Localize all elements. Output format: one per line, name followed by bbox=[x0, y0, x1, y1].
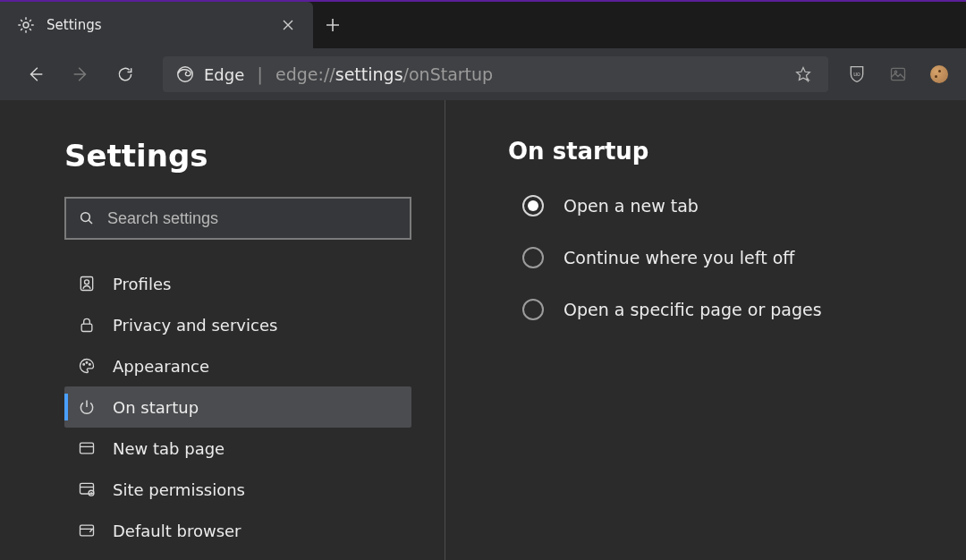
settings-heading: Settings bbox=[64, 138, 445, 174]
option-label: Open a specific page or pages bbox=[564, 300, 822, 319]
nav-item-label: On startup bbox=[113, 398, 199, 417]
svg-rect-6 bbox=[80, 277, 92, 291]
new-tab-button[interactable] bbox=[313, 2, 352, 48]
nav-item-label: Appearance bbox=[113, 357, 209, 376]
address-separator: | bbox=[253, 64, 267, 85]
radio-icon bbox=[522, 299, 544, 320]
radio-icon bbox=[522, 195, 544, 216]
settings-nav: Profiles Privacy and services Appearance… bbox=[64, 263, 411, 551]
svg-text:uo: uo bbox=[853, 71, 860, 77]
address-bar[interactable]: Edge | edge://settings/onStartup bbox=[163, 56, 828, 92]
svg-point-5 bbox=[81, 213, 90, 222]
nav-on-startup[interactable]: On startup bbox=[64, 386, 411, 428]
svg-point-0 bbox=[23, 22, 29, 28]
option-continue[interactable]: Continue where you left off bbox=[522, 247, 966, 268]
back-button[interactable] bbox=[16, 56, 55, 92]
svg-rect-8 bbox=[81, 324, 92, 331]
svg-point-7 bbox=[85, 280, 89, 284]
permissions-icon bbox=[77, 480, 97, 498]
nav-item-label: Privacy and services bbox=[113, 316, 277, 335]
settings-sidebar: Settings Profiles Privacy and services bbox=[0, 100, 445, 560]
nav-item-label: New tab page bbox=[113, 439, 225, 458]
power-icon bbox=[77, 398, 97, 416]
svg-point-10 bbox=[86, 361, 88, 363]
option-label: Continue where you left off bbox=[564, 248, 794, 267]
toolbar: Edge | edge://settings/onStartup uo bbox=[0, 48, 966, 100]
extensions-area: uo bbox=[839, 56, 957, 92]
cookie-extension-icon[interactable] bbox=[921, 56, 957, 92]
new-tab-icon bbox=[77, 439, 97, 457]
content-area: Settings Profiles Privacy and services bbox=[0, 100, 966, 560]
browser-icon bbox=[77, 522, 97, 539]
search-settings-box[interactable] bbox=[64, 197, 411, 240]
svg-point-11 bbox=[89, 364, 91, 366]
image-extension-icon[interactable] bbox=[880, 56, 916, 92]
edge-icon bbox=[175, 64, 195, 84]
nav-item-label: Site permissions bbox=[113, 480, 245, 499]
settings-main: On startup Open a new tab Continue where… bbox=[445, 100, 966, 560]
svg-point-9 bbox=[83, 364, 85, 366]
refresh-button[interactable] bbox=[106, 56, 145, 92]
nav-privacy[interactable]: Privacy and services bbox=[64, 304, 411, 345]
nav-item-label: Default browser bbox=[113, 522, 242, 540]
tab-settings[interactable]: Settings bbox=[0, 2, 313, 48]
option-label: Open a new tab bbox=[564, 196, 699, 216]
option-specific-page[interactable]: Open a specific page or pages bbox=[522, 299, 966, 320]
nav-new-tab[interactable]: New tab page bbox=[64, 428, 411, 469]
site-identity: Edge bbox=[175, 64, 244, 84]
nav-site-permissions[interactable]: Site permissions bbox=[64, 469, 411, 510]
tab-close-button[interactable] bbox=[275, 13, 301, 38]
nav-default-browser[interactable]: Default browser bbox=[64, 510, 411, 551]
search-icon bbox=[79, 210, 95, 226]
lock-icon bbox=[77, 316, 97, 334]
site-identity-label: Edge bbox=[204, 65, 244, 84]
section-heading: On startup bbox=[508, 138, 966, 165]
option-open-new-tab[interactable]: Open a new tab bbox=[522, 195, 966, 216]
profile-icon bbox=[77, 275, 97, 293]
ublock-extension-icon[interactable]: uo bbox=[839, 56, 875, 92]
svg-rect-12 bbox=[80, 443, 94, 454]
gear-icon bbox=[16, 15, 36, 35]
tab-title: Settings bbox=[47, 17, 265, 33]
nav-item-label: Profiles bbox=[113, 275, 171, 293]
favorite-button[interactable] bbox=[785, 56, 821, 92]
radio-icon bbox=[522, 247, 544, 268]
svg-rect-3 bbox=[892, 68, 905, 80]
svg-point-4 bbox=[894, 71, 897, 73]
nav-profiles[interactable]: Profiles bbox=[64, 263, 411, 304]
tab-strip: Settings bbox=[0, 2, 966, 48]
forward-button[interactable] bbox=[61, 56, 100, 92]
nav-appearance[interactable]: Appearance bbox=[64, 345, 411, 386]
search-input[interactable] bbox=[107, 209, 397, 228]
url-text: edge://settings/onStartup bbox=[275, 64, 776, 84]
palette-icon bbox=[77, 357, 97, 375]
startup-options: Open a new tab Continue where you left o… bbox=[522, 195, 966, 320]
